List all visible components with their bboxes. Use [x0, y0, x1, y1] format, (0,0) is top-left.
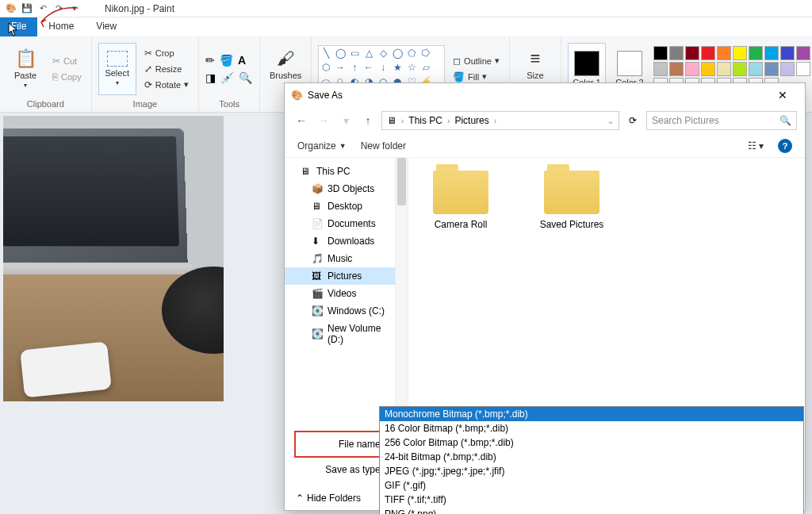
color-swatch[interactable]	[780, 62, 795, 76]
address-bar[interactable]: 🖥 › This PC › Pictures › ⌄	[381, 111, 619, 130]
view-button[interactable]: ☷ ▾	[748, 140, 764, 152]
shape-glyph[interactable]: ▱	[420, 62, 431, 73]
shape-glyph[interactable]: →	[335, 62, 346, 73]
tree-new-volume-d[interactable]: 💽New Volume (D:)	[285, 320, 395, 348]
color-swatch[interactable]	[685, 46, 699, 60]
organize-button[interactable]: Organize ▼	[297, 140, 347, 152]
nav-recent-dropdown[interactable]: ▾	[337, 114, 354, 127]
new-folder-button[interactable]: New folder	[361, 140, 406, 152]
shape-glyph[interactable]: ←	[363, 62, 374, 73]
nav-back-button[interactable]: ←	[293, 114, 310, 127]
shape-glyph[interactable]: ↓	[377, 62, 389, 73]
tree-downloads[interactable]: ⬇Downloads	[285, 232, 395, 250]
color-swatch[interactable]	[701, 46, 715, 60]
color-swatch[interactable]	[796, 62, 810, 76]
resize-button[interactable]: ⤢Resize	[141, 62, 192, 76]
color-swatch[interactable]	[717, 62, 731, 76]
save-icon[interactable]: 💾	[21, 2, 33, 15]
fill-button[interactable]: 🪣Fill ▾	[450, 70, 503, 84]
tree-desktop[interactable]: 🖥Desktop	[285, 198, 395, 215]
shape-glyph[interactable]: ◯	[392, 48, 403, 59]
qat-dropdown-icon[interactable]: ▾	[68, 2, 81, 15]
type-option[interactable]: TIFF (*.tif;*.tiff)	[380, 493, 803, 507]
path-root[interactable]: This PC	[408, 115, 442, 126]
folder-saved-pictures[interactable]: Saved Pictures	[532, 171, 611, 230]
crop-button[interactable]: ✂Crop	[141, 46, 192, 60]
shape-glyph[interactable]: ★	[392, 62, 403, 73]
shape-glyph[interactable]: ▭	[349, 48, 360, 59]
shape-glyph[interactable]: ◯	[335, 48, 346, 59]
magnifier-icon[interactable]: 🔍	[239, 71, 252, 84]
color-swatch[interactable]	[733, 46, 747, 60]
color-swatch[interactable]	[749, 62, 763, 76]
shape-glyph[interactable]: ⬠	[406, 48, 417, 59]
eraser-icon[interactable]: ◨	[205, 71, 216, 84]
color-swatch[interactable]	[764, 46, 779, 60]
color-swatch[interactable]	[685, 62, 699, 76]
color-swatch[interactable]	[669, 46, 684, 60]
path-folder[interactable]: Pictures	[454, 115, 488, 126]
help-button[interactable]: ?	[778, 139, 792, 153]
shape-glyph[interactable]: ↑	[349, 62, 360, 73]
refresh-button[interactable]: ⟳	[624, 115, 642, 126]
canvas-image[interactable]	[3, 116, 224, 401]
paste-button[interactable]: 📋 Paste ▾	[6, 43, 44, 95]
copy-button[interactable]: ⎘Copy	[49, 70, 85, 84]
color-swatch[interactable]	[749, 46, 763, 60]
color-swatch[interactable]	[733, 62, 747, 76]
desktop-icon: 🖥	[312, 201, 323, 212]
type-option[interactable]: 256 Color Bitmap (*.bmp;*.dib)	[380, 435, 803, 450]
color-swatch[interactable]	[780, 46, 795, 60]
undo-icon[interactable]: ↶	[36, 2, 49, 15]
search-box[interactable]: Search Pictures 🔍	[646, 111, 797, 130]
save-as-type-dropdown[interactable]: Monochrome Bitmap (*.bmp;*.dib)16 Color …	[379, 406, 804, 514]
bucket-icon[interactable]: 🪣	[220, 54, 233, 67]
type-option[interactable]: 24-bit Bitmap (*.bmp;*.dib)	[380, 450, 803, 464]
color-swatch[interactable]	[701, 62, 715, 76]
color-swatch[interactable]	[764, 62, 779, 76]
type-option[interactable]: 16 Color Bitmap (*.bmp;*.dib)	[380, 421, 803, 435]
tree-documents[interactable]: 📄Documents	[285, 215, 395, 232]
type-option[interactable]: PNG (*.png)	[380, 507, 803, 514]
type-option[interactable]: GIF (*.gif)	[380, 478, 803, 493]
text-icon[interactable]: A	[238, 54, 246, 67]
tree-windows-c[interactable]: 💽Windows (C:)	[285, 302, 395, 320]
tree-pictures[interactable]: 🖼Pictures	[285, 267, 395, 285]
cut-button[interactable]: ✂Cut	[49, 54, 85, 68]
type-option[interactable]: JPEG (*.jpg;*.jpeg;*.jpe;*.jfif)	[380, 464, 803, 478]
select-button[interactable]: Select ▾	[98, 43, 136, 95]
shape-glyph[interactable]: △	[363, 48, 374, 59]
tree-music[interactable]: 🎵Music	[285, 250, 395, 267]
color-swatch[interactable]	[717, 46, 731, 60]
nav-up-button[interactable]: ↑	[359, 114, 377, 127]
close-button[interactable]: ✕	[767, 89, 799, 102]
tree-scrollbar[interactable]	[396, 158, 408, 428]
tree-3d-objects[interactable]: 📦3D Objects	[285, 180, 395, 198]
nav-tree[interactable]: 🖥This PC 📦3D Objects 🖥Desktop 📄Documents…	[285, 158, 396, 428]
shape-glyph[interactable]: ⬡	[320, 62, 331, 73]
menu-file[interactable]: File	[0, 17, 37, 36]
file-list-area[interactable]: Camera Roll Saved Pictures	[408, 158, 805, 428]
shape-glyph[interactable]: ⭔	[420, 48, 431, 59]
tree-this-pc[interactable]: 🖥This PC	[285, 163, 395, 180]
address-dropdown-icon[interactable]: ⌄	[607, 117, 614, 125]
dialog-title-bar[interactable]: 🎨 Save As ✕	[285, 83, 805, 107]
picker-icon[interactable]: 💉	[220, 71, 234, 84]
shape-glyph[interactable]: ╲	[320, 48, 331, 59]
nav-forward-button[interactable]: →	[315, 114, 332, 127]
rotate-button[interactable]: ⟳Rotate ▾	[141, 78, 192, 92]
color-swatch[interactable]	[653, 46, 668, 60]
shape-glyph[interactable]: ◇	[377, 48, 389, 59]
outline-button[interactable]: ◻Outline ▾	[450, 54, 503, 68]
menu-view[interactable]: View	[85, 17, 128, 36]
pencil-icon[interactable]: ✏	[205, 54, 215, 67]
shape-glyph[interactable]: ☆	[406, 62, 417, 73]
redo-icon[interactable]: ↷	[52, 2, 65, 15]
tree-videos[interactable]: 🎬Videos	[285, 285, 395, 302]
type-option[interactable]: Monochrome Bitmap (*.bmp;*.dib)	[380, 407, 803, 421]
color-swatch[interactable]	[796, 46, 810, 60]
menu-home[interactable]: Home	[37, 17, 85, 36]
color-swatch[interactable]	[669, 62, 684, 76]
color-swatch[interactable]	[653, 62, 668, 76]
folder-camera-roll[interactable]: Camera Roll	[421, 171, 500, 230]
